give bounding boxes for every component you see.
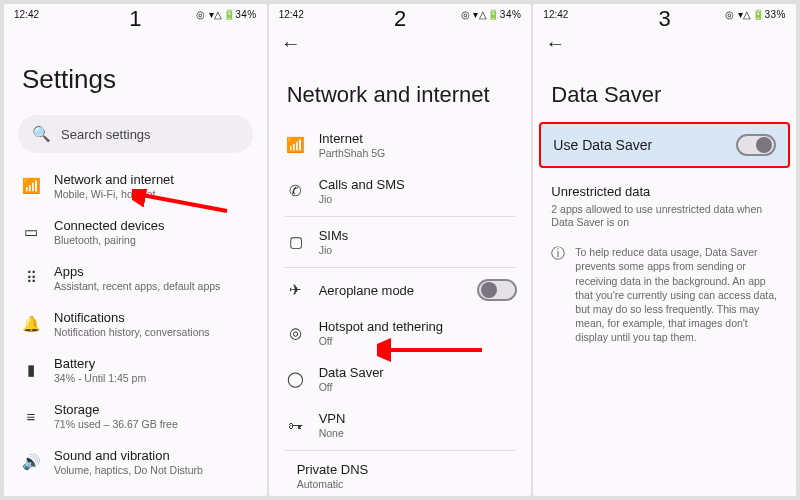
storage-icon: ≡ (18, 408, 44, 425)
use-data-saver-label: Use Data Saver (553, 137, 652, 153)
bell-icon: 🔔 (18, 315, 44, 333)
item-battery[interactable]: ▮ Battery34% - Until 1:45 pm (4, 347, 267, 393)
item-sound[interactable]: 🔊 Sound and vibrationVolume, haptics, Do… (4, 439, 267, 485)
info-row: ⓘ To help reduce data usage, Data Saver … (533, 239, 796, 350)
status-time: 12:42 (279, 9, 304, 20)
item-private-dns[interactable]: Private DNSAutomatic (269, 453, 532, 496)
info-text: To help reduce data usage, Data Saver pr… (575, 245, 778, 344)
page-title: Settings (4, 24, 267, 115)
devices-icon: ▭ (18, 223, 44, 241)
step-number-2: 2 (394, 6, 406, 32)
use-data-saver-toggle[interactable] (736, 134, 776, 156)
search-placeholder: Search settings (61, 127, 151, 142)
panel-settings: 1 12:42 ◎ ▾△🔋34% Settings 🔍 Search setti… (4, 4, 267, 496)
item-aeroplane[interactable]: ✈ Aeroplane mode (269, 270, 532, 310)
status-time: 12:42 (14, 9, 39, 20)
item-hotspot[interactable]: ◎ Hotspot and tetheringOff (269, 310, 532, 356)
divider (285, 216, 516, 217)
step-number-3: 3 (659, 6, 671, 32)
wifi-icon: 📶 (283, 136, 309, 154)
back-button[interactable]: ← (545, 32, 565, 54)
status-icons: ◎ ▾△🔋33% (725, 9, 786, 20)
sim-icon: ▢ (283, 233, 309, 251)
plane-icon: ✈ (283, 281, 309, 299)
unrestricted-head[interactable]: Unrestricted data (533, 182, 796, 201)
item-storage[interactable]: ≡ Storage71% used – 36.67 GB free (4, 393, 267, 439)
back-button[interactable]: ← (281, 32, 301, 54)
call-icon: ✆ (283, 182, 309, 200)
item-internet[interactable]: 📶 InternetParthShah 5G (269, 122, 532, 168)
item-notifications[interactable]: 🔔 NotificationsNotification history, con… (4, 301, 267, 347)
item-data-saver[interactable]: ◯ Data SaverOff (269, 356, 532, 402)
divider (285, 267, 516, 268)
info-icon: ⓘ (551, 245, 565, 344)
vpn-icon: 🗝 (283, 417, 309, 434)
divider (285, 450, 516, 451)
use-data-saver-row[interactable]: Use Data Saver (539, 122, 790, 168)
status-icons: ◎ ▾△🔋34% (196, 9, 257, 20)
unrestricted-sub: 2 apps allowed to use unrestricted data … (533, 201, 796, 239)
network-list: 📶 InternetParthShah 5G ✆ Calls and SMSJi… (269, 122, 532, 496)
item-connected-devices[interactable]: ▭ Connected devicesBluetooth, pairing (4, 209, 267, 255)
settings-list: 📶 Network and internetMobile, Wi-Fi, hot… (4, 163, 267, 496)
data-saver-icon: ◯ (283, 370, 309, 388)
panel-network: 2 12:42 ◎ ▾△🔋34% ← Network and internet … (269, 4, 532, 496)
item-vpn[interactable]: 🗝 VPNNone (269, 402, 532, 448)
item-sims[interactable]: ▢ SIMsJio (269, 219, 532, 265)
item-apps[interactable]: ⠿ AppsAssistant, recent apps, default ap… (4, 255, 267, 301)
battery-icon: ▮ (18, 361, 44, 379)
item-calls-sms[interactable]: ✆ Calls and SMSJio (269, 168, 532, 214)
search-icon: 🔍 (32, 125, 51, 143)
hotspot-icon: ◎ (283, 324, 309, 342)
status-time: 12:42 (543, 9, 568, 20)
page-title: Data Saver (533, 56, 796, 122)
apps-icon: ⠿ (18, 269, 44, 287)
sound-icon: 🔊 (18, 453, 44, 471)
aeroplane-toggle[interactable] (477, 279, 517, 301)
step-number-1: 1 (129, 6, 141, 32)
search-input[interactable]: 🔍 Search settings (18, 115, 253, 153)
wifi-icon: 📶 (18, 177, 44, 195)
page-title: Network and internet (269, 56, 532, 122)
panel-data-saver: 3 12:42 ◎ ▾△🔋33% ← Data Saver Use Data S… (533, 4, 796, 496)
status-icons: ◎ ▾△🔋34% (461, 9, 522, 20)
item-network-internet[interactable]: 📶 Network and internetMobile, Wi-Fi, hot… (4, 163, 267, 209)
